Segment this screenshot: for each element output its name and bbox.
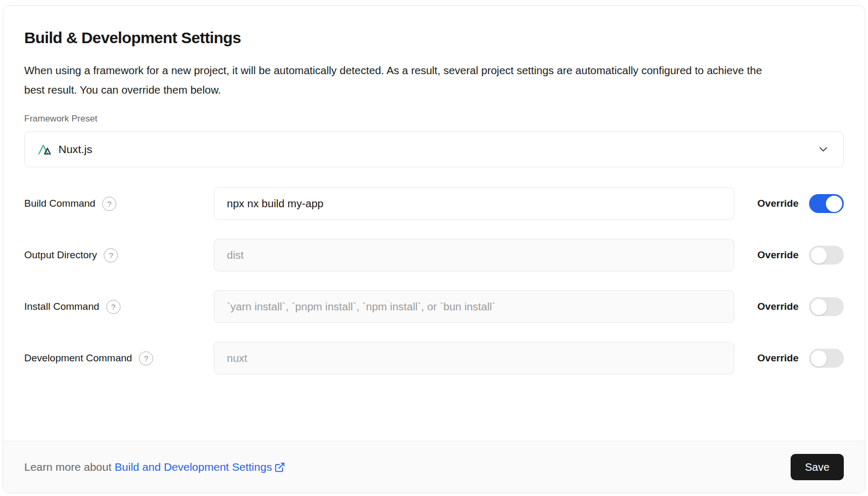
build-command-override-toggle[interactable] (809, 194, 844, 213)
install-command-label: Install Command (24, 301, 99, 312)
settings-rows: Build Command ? Override Output Director… (24, 187, 844, 374)
build-command-input[interactable] (214, 187, 734, 220)
install-command-input (214, 290, 734, 323)
row-label-group: Build Command ? (24, 197, 214, 211)
override-group: Override (757, 194, 844, 213)
development-command-input (214, 342, 734, 374)
build-command-row: Build Command ? Override (24, 187, 844, 220)
chevron-down-icon (817, 143, 830, 156)
override-label: Override (757, 352, 799, 364)
learn-more-prefix: Learn more about (24, 461, 112, 473)
row-label-group: Development Command ? (24, 351, 214, 366)
build-settings-card: Build & Development Settings When using … (3, 5, 865, 493)
row-label-group: Output Directory ? (24, 248, 214, 262)
output-directory-override-toggle[interactable] (809, 246, 844, 265)
override-label: Override (757, 249, 799, 261)
framework-preset-select[interactable]: Nuxt.js (24, 131, 844, 167)
help-icon[interactable]: ? (104, 248, 118, 262)
framework-preset-label: Framework Preset (24, 114, 844, 124)
external-link-icon (274, 462, 285, 473)
page-title: Build & Development Settings (24, 29, 844, 47)
toggle-knob (811, 299, 827, 315)
override-label: Override (757, 301, 799, 312)
output-directory-input (214, 239, 734, 271)
toggle-knob (811, 350, 827, 367)
development-command-label: Development Command (24, 352, 132, 364)
help-icon[interactable]: ? (139, 351, 153, 366)
link-label: Build and Development Settings (115, 461, 272, 473)
toggle-knob (826, 196, 842, 212)
card-footer: Learn more about Build and Development S… (3, 441, 865, 493)
output-directory-label: Output Directory (24, 249, 97, 261)
override-group: Override (757, 297, 844, 316)
build-command-label: Build Command (24, 198, 95, 209)
development-command-override-toggle[interactable] (809, 349, 844, 368)
install-command-row: Install Command ? Override (24, 290, 844, 323)
override-group: Override (757, 246, 844, 265)
save-button[interactable]: Save (791, 454, 844, 480)
settings-description: When using a framework for a new project… (24, 60, 777, 99)
card-body: Build & Development Settings When using … (3, 6, 865, 441)
override-group: Override (757, 349, 844, 368)
install-command-override-toggle[interactable] (809, 297, 844, 316)
framework-preset-value: Nuxt.js (58, 143, 92, 156)
development-command-row: Development Command ? Override (24, 342, 844, 374)
output-directory-row: Output Directory ? Override (24, 239, 844, 271)
row-label-group: Install Command ? (24, 300, 214, 314)
help-icon[interactable]: ? (102, 197, 116, 211)
nuxt-logo-icon (37, 142, 52, 157)
toggle-knob (811, 247, 827, 264)
build-settings-doc-link[interactable]: Build and Development Settings (115, 461, 285, 473)
help-icon[interactable]: ? (106, 300, 121, 314)
override-label: Override (757, 198, 799, 209)
learn-more-text: Learn more about Build and Development S… (24, 461, 285, 473)
